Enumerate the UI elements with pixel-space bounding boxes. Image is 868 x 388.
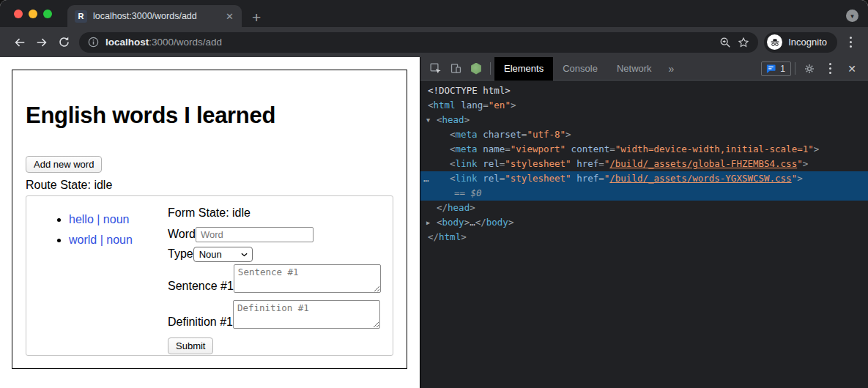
url-path: :3000/words/add — [149, 37, 222, 48]
reload-button[interactable] — [53, 31, 75, 53]
tab-network[interactable]: Network — [607, 57, 661, 81]
tab-title: localhost:3000/words/add — [93, 11, 218, 21]
incognito-icon — [767, 34, 782, 50]
issues-button[interactable]: 1 — [761, 61, 791, 76]
new-tab-button[interactable]: + — [252, 10, 261, 25]
route-state-text: Route State: idle — [26, 179, 393, 192]
tab-elements[interactable]: Elements — [494, 57, 553, 81]
word-row: Word — [168, 227, 381, 242]
definition-row: Definition #1 — [168, 300, 381, 329]
inspect-cursor-icon — [429, 62, 442, 75]
zoom-window-button[interactable] — [43, 10, 52, 18]
type-label: Type — [168, 247, 193, 261]
device-toolbar-button[interactable] — [445, 59, 466, 78]
toolbar-divider — [490, 62, 491, 75]
remix-favicon-icon: R — [75, 10, 87, 23]
device-toggle-icon — [450, 62, 462, 75]
dom-tree-line[interactable]: <link rel="stylesheet" href="/build/_ass… — [420, 157, 868, 171]
issues-flag-icon — [765, 64, 776, 74]
dom-tree-line[interactable]: </html> — [420, 230, 868, 245]
bookmark-star-icon[interactable] — [738, 37, 749, 48]
content-area: English words I learned Add new word Rou… — [0, 57, 868, 388]
issues-count: 1 — [780, 64, 785, 74]
dom-tree-line[interactable]: </head> — [420, 201, 868, 215]
browser-tab[interactable]: R localhost:3000/words/add ✕ — [67, 5, 242, 27]
sentence-textarea[interactable] — [234, 264, 381, 293]
incognito-label: Incognito — [788, 37, 827, 48]
reload-icon — [58, 36, 70, 48]
app-container: English words I learned Add new word Rou… — [12, 70, 407, 369]
word-link[interactable]: hello | noun — [69, 213, 129, 225]
type-row: Type Noun — [168, 247, 381, 262]
dom-tree-line[interactable]: == $0 — [420, 186, 868, 201]
line-gutter-dots[interactable]: … — [423, 171, 430, 186]
definition-textarea[interactable] — [233, 300, 380, 329]
web-page: English words I learned Add new word Rou… — [0, 57, 420, 388]
incognito-badge: Incognito — [764, 32, 837, 53]
close-window-button[interactable] — [14, 10, 23, 18]
browser-menu-button[interactable] — [842, 37, 859, 48]
tab-console[interactable]: Console — [553, 57, 607, 81]
list-item: hello | noun — [69, 213, 168, 226]
zoom-page-icon[interactable] — [719, 37, 731, 48]
expand-arrow-icon[interactable]: ▼ — [426, 113, 437, 127]
sentence-label: Sentence #1 — [168, 279, 234, 293]
back-arrow-icon — [13, 36, 26, 49]
traffic-lights — [14, 10, 52, 18]
minimize-window-button[interactable] — [29, 10, 37, 18]
dom-tree-line[interactable]: <!DOCTYPE html> — [420, 83, 868, 98]
expand-arrow-icon[interactable]: ▶ — [426, 215, 437, 230]
dom-tree: <!DOCTYPE html><html lang="en">▼<head><m… — [420, 81, 868, 388]
tab-strip: R localhost:3000/words/add ✕ + ▾ — [0, 0, 868, 27]
nodejs-devtools-icon[interactable] — [466, 59, 486, 78]
dom-tree-line[interactable]: ▶<body>…</body> — [420, 215, 868, 230]
gear-icon — [804, 63, 815, 75]
type-select-value: Noun — [199, 249, 222, 260]
add-new-word-button[interactable]: Add new word — [26, 156, 102, 173]
devtools-close-button[interactable]: ✕ — [842, 59, 862, 78]
dom-tree-line[interactable]: ▼<head> — [420, 113, 868, 127]
window-chevron-icon[interactable]: ▾ — [846, 10, 858, 22]
forward-arrow-icon — [35, 36, 48, 49]
url-host: localhost — [105, 37, 149, 48]
devtools-menu-button[interactable] — [821, 63, 839, 74]
dom-tree-line[interactable]: <meta charset="utf-8"> — [420, 127, 868, 142]
devtools-settings-button[interactable] — [799, 59, 820, 78]
word-label: Word — [168, 227, 196, 241]
word-list: hello | noun world | noun — [26, 213, 168, 355]
dom-tree-line[interactable]: <html lang="en"> — [420, 98, 868, 113]
address-bar[interactable]: localhost:3000/words/add — [79, 32, 758, 53]
word-link[interactable]: world | noun — [69, 234, 133, 246]
chevron-down-icon — [241, 253, 248, 257]
url-text[interactable]: localhost:3000/words/add — [105, 37, 713, 48]
word-input[interactable] — [196, 227, 314, 242]
add-word-form: Form State: idle Word Type Noun — [168, 196, 381, 355]
forward-button[interactable] — [31, 31, 53, 53]
devtools-panel: Elements Console Network » 1 ✕ <!DOCTYPE… — [420, 57, 868, 388]
sentence-row: Sentence #1 — [168, 264, 381, 293]
browser-window: R localhost:3000/words/add ✕ + ▾ localho… — [0, 0, 868, 388]
submit-button[interactable]: Submit — [168, 337, 213, 354]
type-select[interactable]: Noun — [193, 247, 253, 262]
definition-label: Definition #1 — [168, 315, 233, 329]
words-panel: hello | noun world | noun Form State: id… — [26, 195, 393, 356]
list-item: world | noun — [69, 234, 168, 247]
more-tabs-button[interactable]: » — [661, 63, 682, 75]
page-title: English words I learned — [26, 102, 393, 129]
dom-tree-line[interactable]: <meta name="viewport" content="width=dev… — [420, 142, 868, 157]
tab-close-icon[interactable]: ✕ — [223, 10, 236, 23]
dom-tree-line[interactable]: …<link rel="stylesheet" href="/build/_as… — [420, 171, 868, 186]
browser-toolbar: localhost:3000/words/add Incognito — [0, 27, 868, 57]
devtools-toolbar: Elements Console Network » 1 ✕ — [420, 57, 868, 81]
form-state-text: Form State: idle — [168, 206, 381, 220]
toolbar-divider — [795, 62, 795, 75]
page-info-icon[interactable] — [88, 37, 99, 48]
back-button[interactable] — [9, 31, 31, 53]
inspect-element-button[interactable] — [425, 59, 445, 78]
